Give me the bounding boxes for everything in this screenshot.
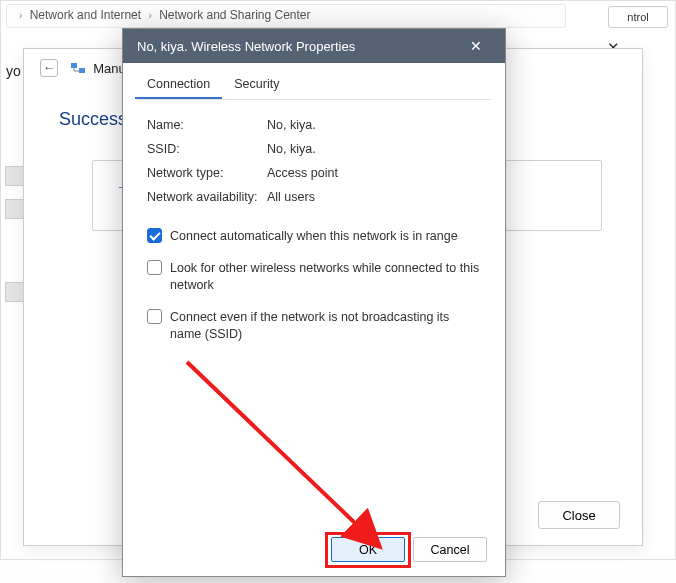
network-type-value: Access point	[267, 166, 481, 180]
dialog-titlebar[interactable]: No, kiya. Wireless Network Properties ✕	[123, 29, 505, 63]
wireless-properties-dialog: No, kiya. Wireless Network Properties ✕ …	[122, 28, 506, 577]
checkbox-label: Connect even if the network is not broad…	[170, 309, 481, 344]
close-icon[interactable]: ✕	[461, 31, 491, 61]
tab-connection[interactable]: Connection	[135, 71, 222, 99]
network-icon	[70, 60, 86, 76]
checkbox-label: Connect automatically when this network …	[170, 228, 458, 246]
ssid-value: No, kiya.	[267, 142, 481, 156]
checkbox-label: Look for other wireless networks while c…	[170, 260, 481, 295]
sidebar-icon	[5, 282, 25, 302]
svg-rect-1	[79, 68, 85, 73]
name-label: Name:	[147, 118, 267, 132]
look-other-networks-checkbox[interactable]: Look for other wireless networks while c…	[147, 260, 481, 295]
tab-content: Name: No, kiya. SSID: No, kiya. Network …	[123, 100, 505, 376]
connect-hidden-checkbox[interactable]: Connect even if the network is not broad…	[147, 309, 481, 344]
breadcrumb-bar[interactable]: › Network and Internet › Network and Sha…	[6, 4, 566, 28]
checkbox-icon	[147, 260, 162, 275]
chevron-right-icon: ›	[148, 10, 151, 21]
dialog-title: No, kiya. Wireless Network Properties	[137, 39, 355, 54]
network-type-label: Network type:	[147, 166, 267, 180]
breadcrumb-part[interactable]: Network and Sharing Center	[159, 8, 310, 22]
chevron-right-icon: ›	[19, 10, 22, 21]
connect-auto-checkbox[interactable]: Connect automatically when this network …	[147, 228, 481, 246]
back-button[interactable]: ←	[40, 59, 58, 77]
sidebar-icon	[5, 199, 25, 219]
tab-strip: Connection Security	[123, 63, 505, 99]
checkbox-icon	[147, 228, 162, 243]
control-panel-button[interactable]: ntrol	[608, 6, 668, 28]
breadcrumb-part[interactable]: Network and Internet	[30, 8, 141, 22]
ssid-label: SSID:	[147, 142, 267, 156]
dialog-button-row: OK Cancel	[331, 537, 487, 562]
ok-button[interactable]: OK	[331, 537, 405, 562]
availability-value: All users	[267, 190, 481, 204]
sidebar-icon	[5, 166, 25, 186]
cancel-button[interactable]: Cancel	[413, 537, 487, 562]
truncated-text: yo	[6, 63, 21, 79]
checkbox-icon	[147, 309, 162, 324]
name-value: No, kiya.	[267, 118, 481, 132]
svg-rect-0	[71, 63, 77, 68]
close-button[interactable]: Close	[538, 501, 620, 529]
tab-security[interactable]: Security	[222, 71, 291, 99]
availability-label: Network availability:	[147, 190, 267, 204]
